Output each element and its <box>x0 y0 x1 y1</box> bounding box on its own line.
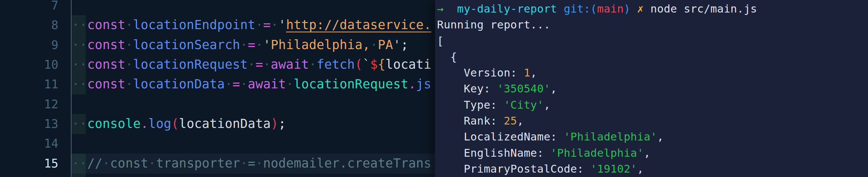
code-token: · <box>309 57 317 72</box>
code-token: ` <box>362 57 370 72</box>
code-token: · <box>102 156 110 171</box>
code-token: · <box>271 18 279 32</box>
code-token: ·· <box>72 77 87 91</box>
terminal-token: git:( <box>564 2 597 15</box>
code-token: · <box>240 38 248 52</box>
code-token: · <box>248 57 256 72</box>
code-token: ) <box>271 116 279 131</box>
code-token: ' <box>393 38 401 52</box>
code-token: · <box>240 77 248 91</box>
terminal-token: Key: <box>437 82 497 95</box>
terminal-token: '350540' <box>497 82 550 95</box>
terminal-line: EnglishName: 'Philadelphia', <box>437 145 868 161</box>
code-token: . <box>409 77 416 91</box>
terminal-token: , <box>644 147 651 159</box>
code-token: locationData <box>179 116 271 131</box>
terminal-token: Type: <box>437 98 504 111</box>
code-token: $ <box>370 57 378 72</box>
terminal-token: ✗ <box>637 2 644 15</box>
terminal-lines-container: → my-daily-report git:(main) ✗ node src/… <box>437 1 868 177</box>
code-token: const <box>87 77 125 91</box>
code-token: ·· <box>72 116 87 131</box>
terminal-token: LocalizedName: <box>437 130 564 143</box>
code-token: = <box>233 77 240 91</box>
prompt-arrow-icon: → <box>437 2 444 15</box>
terminal-token: PrimaryPostalCode: <box>437 162 590 175</box>
terminal-token <box>630 2 637 15</box>
line-number: 7 <box>0 0 58 15</box>
line-number: 10 <box>0 55 58 74</box>
terminal-token: 1 <box>524 66 531 79</box>
code-token: · <box>240 156 248 171</box>
terminal-line: Rank: 25, <box>437 113 868 129</box>
code-token: { <box>378 57 386 72</box>
code-token: ·· <box>72 38 87 52</box>
line-number: 11 <box>0 74 58 94</box>
terminal-token: ) <box>624 2 631 15</box>
code-token: · <box>255 38 263 52</box>
code-token: ; <box>401 38 409 52</box>
code-token: locationSearch <box>133 38 240 52</box>
code-line-text: ··console.log(locationData); <box>72 114 286 134</box>
terminal-panel[interactable]: → my-daily-report git:(main) ✗ node src/… <box>435 0 868 177</box>
code-token: nodemailer.createTrans <box>263 156 431 171</box>
terminal-token: 'Philadelphia' <box>550 147 644 159</box>
code-token: log <box>149 116 172 131</box>
code-token: ' <box>278 18 286 32</box>
line-number: 15 <box>0 154 58 173</box>
terminal-token: Version: <box>437 66 524 79</box>
terminal-token: 'City' <box>504 98 544 111</box>
code-token: const <box>87 57 125 72</box>
code-token: ·· <box>72 18 87 32</box>
code-line-text: ··const·locationData·=·await·locationReq… <box>72 74 431 94</box>
terminal-line: LocalizedName: 'Philadelphia', <box>437 129 868 145</box>
code-token: locationEndpoint <box>133 18 255 32</box>
terminal-token: , <box>550 82 557 95</box>
terminal-token <box>644 2 651 15</box>
code-token: // <box>87 156 102 171</box>
code-token: · <box>125 77 133 91</box>
terminal-line: Key: '350540', <box>437 81 868 97</box>
terminal-line: Version: 1, <box>437 65 868 81</box>
line-number: 12 <box>0 94 58 114</box>
terminal-token: my-daily-report <box>457 2 557 15</box>
code-token: ·· <box>72 156 87 171</box>
code-token: locationRequest <box>294 77 408 91</box>
code-token: = <box>248 38 256 52</box>
code-token: = <box>255 57 263 72</box>
terminal-line: { <box>437 49 868 65</box>
code-token: http://dataservice. <box>286 18 432 32</box>
code-token: ·· <box>72 57 87 72</box>
terminal-token: [ <box>437 35 444 47</box>
code-token: const <box>87 38 125 52</box>
code-token: · <box>125 18 133 32</box>
code-token: · <box>125 38 133 52</box>
code-token: ; <box>278 116 286 131</box>
code-token: const <box>110 156 149 171</box>
terminal-token: 'Philadelphia' <box>564 130 657 143</box>
code-token: locati <box>386 57 431 72</box>
terminal-token: , <box>657 130 664 143</box>
terminal-token: node src/main.js <box>650 2 757 15</box>
line-number: 9 <box>0 35 58 55</box>
code-token: transporter <box>156 156 240 171</box>
code-token: = <box>263 18 271 32</box>
code-token: await <box>271 57 309 72</box>
code-token: . <box>141 116 149 131</box>
line-number: 8 <box>0 15 58 35</box>
terminal-line: PrimaryPostalCode: '19102', <box>437 161 868 177</box>
gutter-divider-line <box>71 0 72 177</box>
code-token: const <box>87 18 125 32</box>
line-number: 13 <box>0 114 58 134</box>
code-token: · <box>370 38 378 52</box>
code-token: · <box>255 18 263 32</box>
code-token: fetch <box>317 57 355 72</box>
terminal-line: → my-daily-report git:(main) ✗ node src/… <box>437 1 868 17</box>
code-token: locationData <box>133 77 225 91</box>
terminal-line: Running report... <box>437 17 868 33</box>
code-token: · <box>149 156 156 171</box>
code-token: · <box>263 57 271 72</box>
terminal-token: , <box>637 162 644 175</box>
code-token: locationRequest <box>133 57 248 72</box>
code-token: · <box>225 77 233 91</box>
